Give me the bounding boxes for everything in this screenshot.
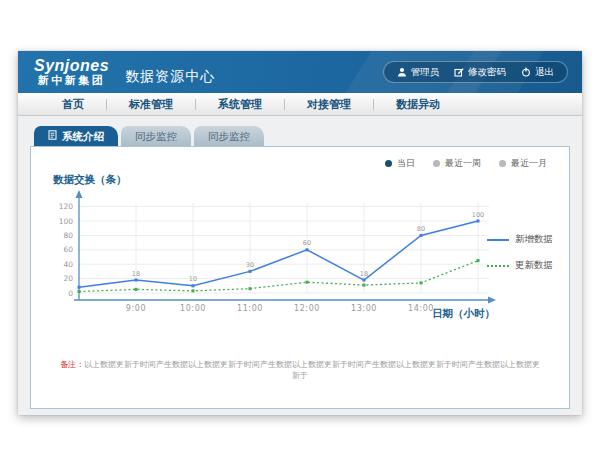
legend-item-updated-data: 更新数据: [487, 259, 559, 272]
svg-text:11:00: 11:00: [237, 304, 263, 313]
time-range-selector: 当日 最近一周 最近一月: [385, 157, 547, 170]
svg-text:18: 18: [360, 270, 368, 278]
svg-text:30: 30: [246, 261, 254, 269]
logout-button[interactable]: 退出: [521, 66, 554, 79]
change-password-label: 修改密码: [468, 66, 506, 79]
person-icon: [397, 67, 407, 77]
radio-unselected-icon: [433, 160, 440, 167]
power-icon: [521, 67, 531, 77]
current-user-label: 管理员: [411, 66, 440, 79]
tab-label: 同步监控: [208, 126, 250, 146]
current-user-button[interactable]: 管理员: [397, 66, 440, 79]
edit-icon: [454, 67, 464, 77]
svg-text:9:00: 9:00: [126, 304, 146, 313]
svg-text:100: 100: [472, 211, 484, 219]
footnote-label: 备注：: [60, 360, 84, 369]
svg-text:18: 18: [132, 270, 140, 278]
svg-text:0: 0: [68, 289, 73, 298]
svg-text:60: 60: [303, 239, 311, 247]
nav-item-system-mgmt[interactable]: 系统管理: [196, 97, 284, 112]
range-option-label: 最近一月: [511, 157, 547, 170]
company-logo: Synjones 新中新集团: [34, 58, 109, 86]
svg-text:12:00: 12:00: [294, 304, 320, 313]
x-axis-title: 日期（小时）: [432, 307, 495, 321]
logout-label: 退出: [535, 66, 554, 79]
content-panel: 当日 最近一周 最近一月 数据交换（条） 0204060801001209:00…: [30, 146, 570, 409]
nav-item-interface-mgmt[interactable]: 对接管理: [285, 97, 373, 112]
svg-text:10: 10: [189, 275, 197, 283]
range-option-label: 当日: [397, 157, 415, 170]
series-legend: 新增数据 更新数据: [487, 233, 559, 285]
svg-text:120: 120: [59, 202, 74, 211]
line-chart-svg: 0204060801001209:0010:0011:0012:0013:001…: [39, 189, 499, 324]
dotted-line-icon: [487, 265, 509, 267]
range-option-last-month[interactable]: 最近一月: [499, 157, 547, 170]
svg-text:80: 80: [63, 231, 73, 240]
svg-text:20: 20: [63, 274, 73, 283]
range-option-label: 最近一周: [445, 157, 481, 170]
tab-system-intro[interactable]: 系统介绍: [34, 126, 118, 146]
legend-item-new-data: 新增数据: [487, 233, 559, 246]
svg-text:14:00: 14:00: [408, 304, 434, 313]
solid-line-icon: [487, 239, 509, 241]
tab-label: 同步监控: [135, 126, 177, 146]
range-option-last-week[interactable]: 最近一周: [433, 157, 481, 170]
nav-item-data-change[interactable]: 数据异动: [374, 97, 462, 112]
y-axis-title: 数据交换（条）: [53, 173, 127, 187]
footnote: 备注：以上数据更新于时间产生数据以上数据更新于时间产生数据以上数据更新于时间产生…: [31, 359, 569, 381]
logo-company-text: 新中新集团: [34, 75, 109, 87]
radio-unselected-icon: [499, 160, 506, 167]
tab-sync-monitor-2[interactable]: 同步监控: [194, 126, 264, 146]
tab-label: 系统介绍: [62, 126, 104, 146]
page-title: 数据资源中心: [125, 68, 215, 86]
app-header: Synjones 新中新集团 数据资源中心 管理员 修改密码 退出: [18, 51, 582, 93]
nav-item-standard-mgmt[interactable]: 标准管理: [107, 97, 195, 112]
change-password-button[interactable]: 修改密码: [454, 66, 506, 79]
svg-text:60: 60: [63, 245, 73, 254]
footnote-text: 以上数据更新于时间产生数据以上数据更新于时间产生数据以上数据更新于时间产生数据以…: [84, 360, 540, 380]
svg-text:10:00: 10:00: [180, 304, 206, 313]
user-toolbar: 管理员 修改密码 退出: [383, 61, 569, 83]
svg-text:100: 100: [59, 217, 74, 226]
nav-item-home[interactable]: 首页: [40, 97, 106, 112]
document-icon: [48, 126, 57, 146]
svg-text:13:00: 13:00: [351, 304, 377, 313]
svg-text:40: 40: [63, 260, 73, 269]
legend-label: 更新数据: [515, 259, 553, 272]
tab-bar: 系统介绍 同步监控 同步监控: [34, 126, 582, 146]
legend-label: 新增数据: [515, 233, 553, 246]
line-chart: 0204060801001209:0010:0011:0012:0013:001…: [39, 189, 499, 324]
main-nav: 首页 标准管理 系统管理 对接管理 数据异动: [18, 93, 582, 116]
radio-selected-icon: [385, 160, 392, 167]
logo-brand-text: Synjones: [34, 58, 109, 75]
range-option-today[interactable]: 当日: [385, 157, 415, 170]
tab-sync-monitor-1[interactable]: 同步监控: [121, 126, 191, 146]
app-window: Synjones 新中新集团 数据资源中心 管理员 修改密码 退出: [18, 51, 582, 415]
svg-text:80: 80: [417, 225, 425, 233]
